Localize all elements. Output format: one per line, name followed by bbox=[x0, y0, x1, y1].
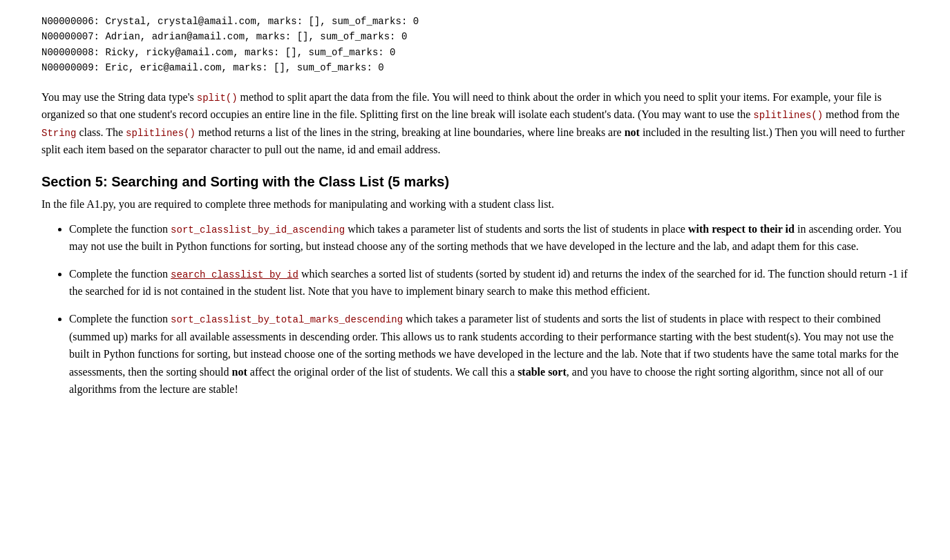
para1-code3: String bbox=[41, 128, 76, 139]
section-5-heading: Section 5: Searching and Sorting with th… bbox=[41, 174, 909, 190]
code-line-2: N00000007: Adrian, adrian@amail.com, mar… bbox=[41, 29, 909, 44]
paragraph-split: You may use the String data type's split… bbox=[41, 88, 909, 159]
bullet3-bold-not: not bbox=[232, 366, 247, 378]
code-line-1: N00000006: Crystal, crystal@amail.com, m… bbox=[41, 14, 909, 29]
section-5-intro: In the file A1.py, you are required to c… bbox=[41, 195, 909, 213]
bullet2-pre: Complete the function bbox=[69, 268, 171, 280]
bullet1-rest1: which takes a parameter list of students… bbox=[345, 223, 688, 235]
bullet2-code: search_classlist_by_id bbox=[171, 269, 298, 280]
para1-text3: method from the bbox=[823, 108, 900, 120]
para1-text1: You may use the String data type's bbox=[41, 91, 197, 103]
code-line-3: N00000008: Ricky, ricky@amail.com, marks… bbox=[41, 45, 909, 60]
bullet-item-2: Complete the function search_classlist_b… bbox=[69, 265, 909, 300]
para1-text5: method returns a list of the lines in th… bbox=[196, 126, 625, 138]
bullet1-bold: with respect to their id bbox=[688, 223, 795, 235]
para1-bold-not: not bbox=[625, 126, 640, 138]
bullet3-pre: Complete the function bbox=[69, 313, 171, 325]
para1-code2: splitlines() bbox=[753, 110, 823, 121]
para1-code4: splitlines() bbox=[126, 128, 196, 139]
para1-text4: class. The bbox=[76, 126, 126, 138]
bullet1-pre: Complete the function bbox=[69, 223, 171, 235]
code-line-4: N00000009: Eric, eric@amail.com, marks: … bbox=[41, 60, 909, 75]
bullet3-bold-stable: stable sort bbox=[517, 366, 567, 378]
code-block: N00000006: Crystal, crystal@amail.com, m… bbox=[41, 14, 909, 76]
para1-code1: split() bbox=[197, 93, 238, 104]
requirements-list: Complete the function sort_classlist_by_… bbox=[69, 220, 909, 398]
bullet1-code: sort_classlist_by_id_ascending bbox=[171, 224, 345, 235]
bullet-item-3: Complete the function sort_classlist_by_… bbox=[69, 310, 909, 398]
bullet3-code: sort_classlist_by_total_marks_descending bbox=[171, 314, 403, 325]
bullet-item-1: Complete the function sort_classlist_by_… bbox=[69, 220, 909, 255]
bullet3-rest2: affect the original order of the list of… bbox=[247, 366, 517, 378]
